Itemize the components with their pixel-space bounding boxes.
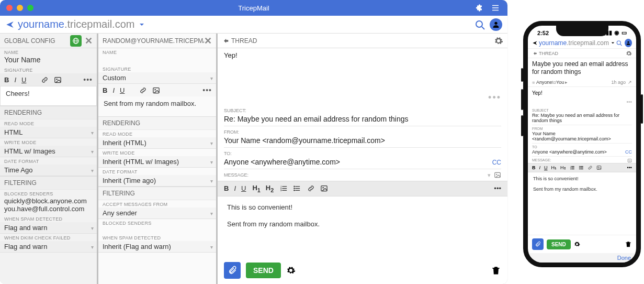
unordered-list-icon[interactable] (579, 165, 584, 170)
attach-button[interactable] (224, 262, 241, 279)
avatar[interactable] (625, 39, 632, 47)
bold-button[interactable]: B (103, 86, 107, 94)
gear-icon[interactable] (626, 50, 632, 57)
h2-button[interactable]: H₂ (560, 165, 566, 170)
italic-button[interactable]: I (539, 165, 541, 170)
link-icon[interactable] (307, 184, 315, 192)
thread-more-button[interactable]: ••• (218, 92, 507, 105)
avatar[interactable] (490, 18, 502, 31)
paperclip-icon (535, 241, 541, 247)
h2-button[interactable]: H2 (266, 184, 274, 193)
underline-button[interactable]: U (120, 86, 125, 94)
mb-signature-editor[interactable]: Sent from my random mailbox. (98, 96, 216, 116)
date-format-select[interactable]: Time Ago▾ (0, 165, 97, 176)
back-icon[interactable] (222, 37, 229, 45)
ph-cc-button[interactable]: CC (625, 149, 632, 155)
ph-from-input[interactable]: Your Name <random@yourname.tricepmail.co… (532, 130, 632, 144)
thread-message-body: Yep! (218, 48, 507, 92)
blocked-sender-row[interactable]: you.have@full.control.com (0, 205, 97, 215)
mb-blocked-label: BLOCKED SENDERS (98, 219, 216, 226)
bold-button[interactable]: B (532, 165, 536, 170)
spam-label: WHEN SPAM DETECTED (0, 215, 97, 222)
more-formatting-button[interactable]: ••• (83, 75, 93, 84)
more-formatting-button[interactable]: ••• (627, 165, 632, 170)
from-input[interactable]: Your Name <random@yourname.tricepmail.co… (224, 135, 501, 148)
signature-editor[interactable]: Cheers! (0, 86, 97, 106)
mb-blocked-empty[interactable] (98, 226, 216, 234)
more-formatting-button[interactable]: ••• (494, 184, 501, 192)
link-icon[interactable] (587, 165, 593, 170)
mb-signature-mode-select[interactable]: Custom▾ (98, 72, 216, 84)
ph-more-button[interactable]: ••• (528, 99, 636, 107)
italic-button[interactable]: I (234, 184, 236, 192)
ph-url-user[interactable]: yourname (539, 39, 567, 47)
ph-meta-mid: to (552, 80, 557, 85)
image-icon[interactable] (320, 184, 328, 192)
link-icon[interactable] (41, 76, 49, 84)
bold-button[interactable]: B (224, 184, 229, 192)
ordered-list-icon[interactable] (570, 165, 575, 170)
dkim-label: WHEN DKIM CHECK FAILED (0, 234, 97, 241)
send-options-icon[interactable] (574, 241, 580, 247)
keyboard-done-button[interactable]: Done (528, 253, 636, 263)
chevron-down-icon[interactable] (138, 20, 146, 29)
subject-label: SUBJECT: (224, 105, 501, 113)
bold-button[interactable]: B (4, 76, 9, 84)
read-mode-select[interactable]: HTML▾ (0, 127, 97, 138)
unordered-list-icon[interactable] (293, 184, 301, 192)
mb-accept-select[interactable]: Any sender▾ (98, 207, 216, 219)
ph-url-domain: .tricepmail.com (567, 39, 609, 47)
phone-time: 2:52 (537, 30, 549, 36)
underline-button[interactable]: U (241, 184, 246, 192)
name-value[interactable]: Your Name (0, 56, 97, 66)
send-button[interactable]: SEND (246, 263, 281, 278)
link-icon[interactable] (139, 86, 147, 94)
close-mailbox-pane-button[interactable]: ✕ (204, 35, 212, 47)
back-icon[interactable] (532, 51, 537, 56)
mb-read-mode-select[interactable]: Inherit (HTML)▾ (98, 137, 216, 149)
url-display[interactable]: yourname.tricepmail.com (18, 18, 146, 30)
italic-button[interactable]: I (112, 86, 115, 94)
spam-action-select[interactable]: Flag and warn▾ (0, 222, 97, 234)
ph-to-input[interactable]: Anyone <anywhere@anytime.com> (532, 149, 607, 155)
ph-attach-button[interactable] (532, 238, 544, 250)
close-global-pane-button[interactable]: ✕ (85, 35, 93, 47)
image-icon[interactable] (152, 86, 160, 94)
subject-input[interactable]: Re: Maybe you need an email address for … (224, 113, 501, 126)
mb-spam-select[interactable]: Inherit (Flag and warn)▾ (98, 241, 216, 253)
ph-subject-input[interactable]: Re: Maybe you need an email address for … (532, 112, 632, 125)
search-icon[interactable] (474, 19, 485, 30)
mb-write-mode-select[interactable]: Inherit (HTML w/ Images)▾ (98, 156, 216, 168)
ph-send-button[interactable]: SEND (547, 239, 571, 249)
underline-button[interactable]: U (544, 165, 548, 170)
trash-icon[interactable] (625, 241, 632, 248)
dkim-action-select[interactable]: Flag and warn▾ (0, 241, 97, 253)
write-mode-label: WRITE MODE (0, 138, 97, 146)
italic-button[interactable]: I (14, 76, 16, 84)
blocked-sender-row[interactable]: quickly@block.anyone.com (0, 197, 97, 205)
search-icon[interactable] (616, 39, 623, 47)
mb-date-format-select[interactable]: Inherit (Time ago)▾ (98, 175, 216, 187)
image-icon[interactable] (54, 76, 62, 84)
compose-line: This is so convenient! (227, 202, 498, 213)
gear-icon[interactable] (494, 36, 503, 46)
h1-button[interactable]: H1 (252, 184, 260, 193)
trash-icon[interactable] (491, 265, 501, 276)
chevron-down-icon[interactable] (610, 40, 616, 46)
h1-button[interactable]: H₁ (551, 165, 557, 170)
insert-image-icon[interactable] (627, 158, 632, 163)
send-options-icon[interactable] (286, 266, 296, 275)
compose-editor[interactable]: This is so convenient! Sent from my rand… (218, 196, 507, 235)
underline-button[interactable]: U (21, 76, 26, 84)
cc-button[interactable]: CC (492, 159, 501, 166)
insert-image-icon[interactable] (494, 171, 501, 179)
message-mode-chevron[interactable]: ▾ (488, 172, 491, 179)
mb-name-value[interactable] (98, 56, 216, 65)
image-icon[interactable] (596, 165, 602, 170)
ordered-list-icon[interactable] (280, 184, 288, 192)
compose-line: Sent from my random mailbox. (227, 219, 498, 230)
write-mode-select[interactable]: HTML w/ Images▾ (0, 146, 97, 157)
to-input[interactable]: Anyone <anywhere@anytime.com> (224, 158, 340, 166)
more-formatting-button[interactable]: ••• (202, 86, 212, 94)
ph-compose-editor[interactable]: This is so convenient! Sent from my rand… (528, 172, 636, 196)
